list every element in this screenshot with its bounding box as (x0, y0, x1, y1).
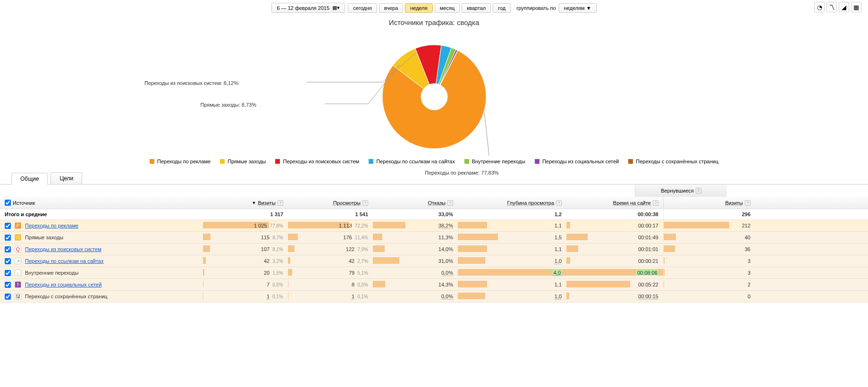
period-вчера[interactable]: вчера (379, 3, 403, 13)
source-name[interactable]: Переходы по ссылкам на сайтах (25, 258, 103, 264)
source-name[interactable]: Переходы из поисковых систем (25, 246, 101, 252)
source-name: Прямые заходы (25, 235, 63, 240)
calendar-icon: ▦▾ (332, 5, 340, 11)
period-год[interactable]: год (493, 3, 511, 13)
legend-swatch (150, 159, 154, 164)
table-row[interactable]: Q Переходы из поисковых систем 1078,1% 1… (0, 244, 868, 255)
chart-type-area-icon[interactable]: ◢ (839, 2, 849, 12)
totals-label: Итого и средние (0, 209, 203, 219)
group-by-select[interactable]: неделям ▼ (559, 3, 597, 13)
legend-item[interactable]: Переходы по ссылкам на сайтах (369, 159, 455, 164)
chart-type-lines-icon[interactable]: 〽 (826, 2, 837, 12)
donut-chart: Переходы из поисковых систем: 8,12%Прямы… (0, 28, 868, 156)
legend-item[interactable]: Переходы с сохранённых страниц (628, 159, 718, 164)
legend-swatch (275, 159, 280, 164)
help-icon[interactable]: ? (447, 200, 453, 206)
svg-line-4 (484, 112, 491, 156)
row-checkbox[interactable] (5, 246, 11, 252)
period-неделя[interactable]: неделя (405, 3, 433, 13)
date-range-picker[interactable]: 6 — 12 февраля 2015 ▦▾ (271, 3, 345, 13)
period-квартал[interactable]: квартал (462, 3, 491, 13)
source-name: Переходы с сохранённых страниц (25, 294, 108, 299)
row-checkbox[interactable] (5, 282, 11, 288)
tab-Общие[interactable]: Общие (11, 173, 48, 185)
legend-swatch (628, 159, 633, 164)
source-icon: Q (15, 246, 21, 252)
chart-label: Переходы по рекламе: 77,83% (425, 170, 499, 176)
date-range-text: 6 — 12 февраля 2015 (277, 5, 329, 11)
col-depth[interactable]: Глубина просмотра ? (458, 197, 566, 209)
sort-desc-icon: ▼ (252, 201, 256, 205)
col-visits[interactable]: ▼ Визиты ? (203, 197, 288, 209)
source-icon: f (15, 281, 21, 288)
source-name[interactable]: Переходы по рекламе (25, 223, 78, 228)
row-checkbox[interactable] (5, 223, 11, 229)
chart-label: Прямые заходы: 8,73% (200, 102, 256, 108)
row-checkbox[interactable] (5, 258, 11, 264)
help-icon[interactable]: ? (362, 200, 368, 206)
select-all-checkbox[interactable] (5, 200, 11, 206)
help-icon[interactable]: ? (556, 200, 562, 206)
table-row[interactable]: ↗ Переходы по ссылкам на сайтах 423,2% 4… (0, 255, 868, 267)
col-views[interactable]: Просмотры ? (288, 197, 373, 209)
col-time[interactable]: Время на сайте ? (566, 197, 663, 209)
tab-Цели[interactable]: Цели (51, 172, 82, 184)
period-сегодня[interactable]: сегодня (348, 3, 377, 13)
help-icon[interactable]: ? (696, 188, 701, 194)
legend-swatch (464, 159, 469, 164)
chart-title: Источники трафика: сводка (0, 18, 868, 26)
chart-type-pie-icon[interactable]: ◔ (814, 2, 825, 12)
help-icon[interactable]: ? (278, 200, 283, 206)
legend-swatch (535, 159, 539, 164)
row-checkbox[interactable] (5, 294, 11, 300)
source-name: Внутренние переходы (25, 270, 78, 276)
source-icon: □ (15, 234, 21, 241)
totals-row: Итого и средние 1 317 1 541 33,0% 1,2 00… (0, 209, 868, 220)
col-bounce[interactable]: Отказы ? (373, 197, 458, 209)
source-icon: ⌂ (15, 269, 21, 276)
source-name[interactable]: Переходы из социальных сетей (25, 282, 101, 287)
source-icon: Р (15, 222, 21, 229)
table-row[interactable]: Р Переходы по рекламе 1 02577,8% 1 11372… (0, 220, 868, 232)
legend-swatch (220, 159, 225, 164)
legend-item[interactable]: Прямые заходы (220, 159, 266, 164)
help-icon[interactable]: ? (653, 200, 658, 206)
col-visits-returned[interactable]: Визиты ? (663, 197, 755, 209)
row-checkbox[interactable] (5, 270, 11, 276)
legend-item[interactable]: Внутренние переходы (464, 159, 525, 164)
period-месяц[interactable]: месяц (435, 3, 460, 13)
group-by-label: группировать по (516, 5, 556, 11)
help-icon[interactable]: ? (745, 200, 750, 206)
row-checkbox[interactable] (5, 235, 11, 241)
table-row[interactable]: □ Прямые заходы 1158,7% 17611,4% 11,3% 1… (0, 232, 868, 244)
col-source[interactable]: Источник (0, 197, 203, 209)
legend-item[interactable]: Переходы из социальных сетей (535, 159, 619, 164)
legend-item[interactable]: Переходы по рекламе (150, 159, 211, 164)
table-row[interactable]: ⌂ Внутренние переходы 201,5% 795,1% 0,0%… (0, 267, 868, 279)
legend-item[interactable]: Переходы из поисковых систем (275, 159, 359, 164)
legend-swatch (369, 159, 373, 164)
chart-type-grid-icon[interactable]: ▦ (851, 2, 861, 12)
table-row[interactable]: 🖫 Переходы с сохранённых страниц 10,1% 1… (0, 291, 868, 303)
returned-header: Вернувшиеся ? (635, 185, 727, 197)
table-row[interactable]: f Переходы из социальных сетей 70,5% 80,… (0, 279, 868, 291)
source-icon: ↗ (15, 258, 21, 264)
source-icon: 🖫 (15, 293, 21, 300)
chart-label: Переходы из поисковых систем: 8,12% (144, 80, 238, 86)
